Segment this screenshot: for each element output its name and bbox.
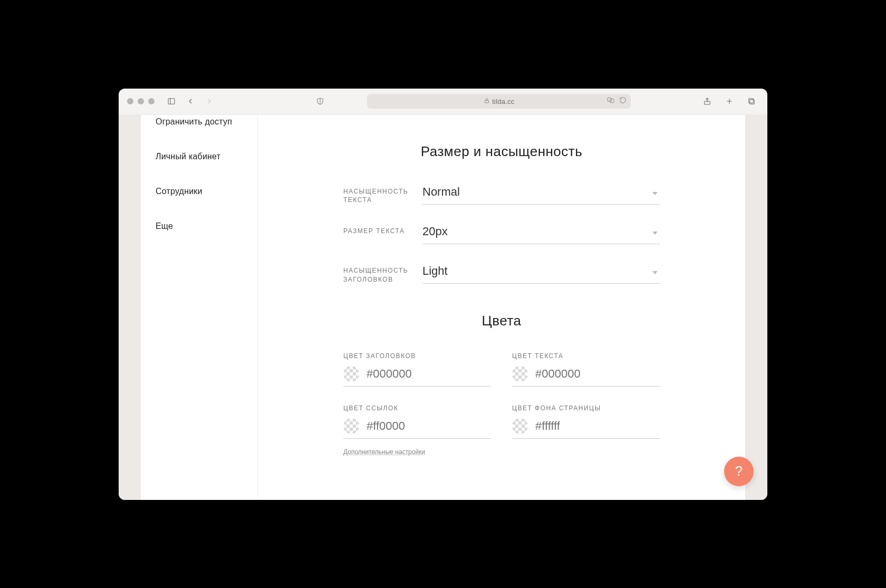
- section-title-size: Размер и насыщенность: [274, 143, 729, 160]
- select-value: Light: [422, 264, 448, 277]
- field-text-size-row: РАЗМЕР ТЕКСТА 20px: [343, 223, 660, 244]
- field-link-color: ЦВЕТ ССЫЛОК: [343, 404, 491, 439]
- chevron-down-icon: [652, 192, 658, 195]
- settings-sidebar: Ограничить доступ Личный кабинет Сотрудн…: [141, 115, 258, 500]
- privacy-shield-icon[interactable]: [313, 95, 328, 108]
- color-swatch[interactable]: [512, 418, 528, 434]
- colors-form: ЦВЕТ ЗАГОЛОВКОВ ЦВЕТ ТЕКСТА: [343, 352, 660, 439]
- field-bg-color: ЦВЕТ ФОНА СТРАНИЦЫ: [512, 404, 660, 439]
- select-value: 20px: [422, 225, 448, 238]
- browser-toolbar: tilda.cc: [119, 89, 767, 115]
- color-swatch[interactable]: [512, 366, 528, 382]
- color-swatch[interactable]: [343, 418, 359, 434]
- sidebar-item-staff[interactable]: Сотрудники: [156, 174, 257, 209]
- heading-weight-select[interactable]: Light: [422, 262, 660, 284]
- zoom-window-button[interactable]: [148, 98, 155, 104]
- address-domain: tilda.cc: [492, 98, 514, 105]
- help-icon: ?: [735, 463, 743, 479]
- tabs-overview-button[interactable]: [744, 95, 759, 108]
- chevron-down-icon: [652, 271, 658, 274]
- minimize-window-button[interactable]: [138, 98, 144, 104]
- svg-rect-4: [608, 98, 611, 101]
- settings-main: Размер и насыщенность НАСЫЩЕННОСТЬ ТЕКСТ…: [258, 115, 745, 500]
- size-form: НАСЫЩЕННОСТЬ ТЕКСТА Normal РАЗМЕР ТЕКСТА…: [343, 183, 660, 284]
- sidebar-item-label: Еще: [156, 221, 173, 230]
- close-window-button[interactable]: [127, 98, 133, 104]
- svg-rect-5: [610, 99, 614, 103]
- field-label: ЦВЕТ ТЕКСТА: [512, 352, 660, 360]
- page-content: Ограничить доступ Личный кабинет Сотрудн…: [141, 115, 745, 500]
- sidebar-item-more[interactable]: Еще: [156, 209, 257, 244]
- text-size-select[interactable]: 20px: [422, 223, 660, 244]
- bg-color-input[interactable]: [535, 419, 660, 433]
- address-bar[interactable]: tilda.cc: [367, 94, 631, 109]
- text-color-input[interactable]: [535, 367, 660, 381]
- forward-button[interactable]: [202, 95, 217, 108]
- field-text-color: ЦВЕТ ТЕКСТА: [512, 352, 660, 387]
- chevron-down-icon: [652, 232, 658, 235]
- field-label: НАСЫЩЕННОСТЬ ЗАГОЛОВКОВ: [343, 262, 422, 284]
- sidebar-item-label: Сотрудники: [156, 187, 203, 196]
- field-label: ЦВЕТ ЗАГОЛОВКОВ: [343, 352, 491, 360]
- back-button[interactable]: [183, 95, 198, 108]
- link-label: Дополнительные настройки: [343, 448, 425, 456]
- window-controls: [127, 98, 155, 104]
- field-head-weight-row: НАСЫЩЕННОСТЬ ЗАГОЛОВКОВ Light: [343, 262, 660, 284]
- lock-icon: [484, 97, 490, 106]
- browser-window: tilda.cc Огран: [119, 89, 767, 500]
- sidebar-item-label: Личный кабинет: [156, 152, 220, 161]
- svg-rect-9: [750, 100, 755, 104]
- select-value: Normal: [422, 185, 460, 198]
- sidebar-toggle-button[interactable]: [164, 95, 179, 108]
- advanced-settings-link[interactable]: Дополнительные настройки: [343, 448, 660, 456]
- section-title-colors: Цвета: [274, 313, 729, 329]
- share-button[interactable]: [700, 95, 715, 108]
- svg-rect-10: [749, 99, 754, 103]
- sidebar-item-account[interactable]: Личный кабинет: [156, 139, 257, 174]
- field-label: ЦВЕТ ССЫЛОК: [343, 404, 491, 412]
- svg-rect-3: [485, 101, 489, 103]
- page-viewport: Ограничить доступ Личный кабинет Сотрудн…: [119, 115, 767, 500]
- heading-color-input[interactable]: [367, 367, 491, 381]
- translate-icon[interactable]: [606, 97, 615, 106]
- color-swatch[interactable]: [343, 366, 359, 382]
- field-label: РАЗМЕР ТЕКСТА: [343, 223, 422, 236]
- field-heading-color: ЦВЕТ ЗАГОЛОВКОВ: [343, 352, 491, 387]
- text-weight-select[interactable]: Normal: [422, 183, 660, 205]
- sidebar-item-access[interactable]: Ограничить доступ: [156, 115, 257, 139]
- help-button[interactable]: ?: [724, 457, 754, 486]
- field-label: НАСЫЩЕННОСТЬ ТЕКСТА: [343, 183, 422, 205]
- link-color-input[interactable]: [367, 419, 491, 433]
- field-text-weight-row: НАСЫЩЕННОСТЬ ТЕКСТА Normal: [343, 183, 660, 205]
- sidebar-item-label: Ограничить доступ: [156, 117, 232, 126]
- new-tab-button[interactable]: [722, 95, 737, 108]
- reload-icon[interactable]: [619, 97, 627, 106]
- svg-rect-0: [168, 99, 175, 104]
- field-label: ЦВЕТ ФОНА СТРАНИЦЫ: [512, 404, 660, 412]
